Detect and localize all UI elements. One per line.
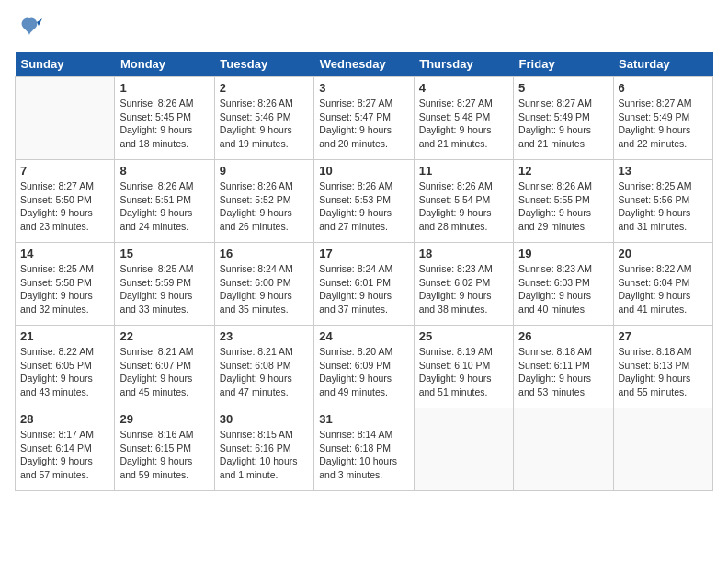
- calendar-cell: 31Sunrise: 8:14 AMSunset: 6:18 PMDayligh…: [314, 408, 414, 491]
- cell-text: Sunrise: 8:27 AM: [319, 97, 408, 110]
- calendar-cell: [613, 408, 712, 491]
- cell-text: Daylight: 9 hours: [518, 123, 608, 137]
- cell-text: Sunrise: 8:26 AM: [220, 97, 309, 110]
- calendar-cell: 16Sunrise: 8:24 AMSunset: 6:00 PMDayligh…: [214, 243, 313, 326]
- cell-text: Sunrise: 8:20 AM: [319, 345, 408, 359]
- cell-text: Daylight: 9 hours: [619, 372, 708, 385]
- calendar-cell: 30Sunrise: 8:15 AMSunset: 6:16 PMDayligh…: [214, 408, 313, 491]
- cell-text: Sunset: 5:52 PM: [220, 193, 309, 207]
- calendar-cell: 15Sunrise: 8:25 AMSunset: 5:59 PMDayligh…: [115, 243, 214, 326]
- day-number: 16: [220, 247, 309, 260]
- cell-text: Sunset: 6:07 PM: [119, 359, 209, 373]
- week-row-1: 1Sunrise: 8:26 AMSunset: 5:45 PMDaylight…: [16, 77, 713, 160]
- cell-text: Daylight: 9 hours: [319, 206, 408, 220]
- calendar-table: SundayMondayTuesdayWednesdayThursdayFrid…: [15, 52, 713, 491]
- cell-text: Daylight: 9 hours: [20, 372, 109, 385]
- cell-text: Sunrise: 8:27 AM: [20, 179, 109, 193]
- cell-text: Sunset: 6:18 PM: [319, 442, 408, 455]
- calendar-cell: 18Sunrise: 8:23 AMSunset: 6:02 PMDayligh…: [414, 243, 513, 326]
- cell-text: Sunset: 5:54 PM: [419, 193, 508, 207]
- day-number: 27: [619, 329, 708, 343]
- calendar-cell: 9Sunrise: 8:26 AMSunset: 5:52 PMDaylight…: [214, 160, 313, 243]
- cell-text: and 26 minutes.: [220, 220, 309, 234]
- day-number: 1: [119, 81, 209, 95]
- cell-text: Sunrise: 8:27 AM: [619, 97, 708, 110]
- day-number: 19: [518, 247, 608, 260]
- cell-text: and 35 minutes.: [220, 303, 309, 316]
- cell-text: and 38 minutes.: [419, 303, 508, 316]
- weekday-header-row: SundayMondayTuesdayWednesdayThursdayFrid…: [16, 52, 713, 77]
- weekday-sunday: Sunday: [16, 52, 115, 77]
- cell-text: Sunset: 6:14 PM: [20, 442, 109, 455]
- cell-text: Daylight: 9 hours: [119, 454, 209, 468]
- cell-text: and 47 minutes.: [220, 385, 309, 399]
- day-number: 2: [220, 81, 309, 95]
- cell-text: Daylight: 9 hours: [220, 289, 309, 303]
- day-number: 23: [220, 329, 309, 343]
- cell-text: Daylight: 9 hours: [319, 372, 408, 385]
- cell-text: and 24 minutes.: [119, 220, 209, 234]
- cell-text: Sunset: 6:13 PM: [619, 359, 708, 373]
- cell-text: and 40 minutes.: [518, 303, 608, 316]
- cell-text: and 3 minutes.: [319, 468, 408, 482]
- cell-text: and 22 minutes.: [619, 137, 708, 151]
- cell-text: Daylight: 10 hours: [220, 454, 309, 468]
- cell-text: and 49 minutes.: [319, 385, 408, 399]
- day-number: 29: [119, 412, 209, 426]
- cell-text: and 51 minutes.: [419, 385, 508, 399]
- cell-text: Daylight: 9 hours: [119, 372, 209, 385]
- calendar-cell: [414, 408, 513, 491]
- calendar-cell: 10Sunrise: 8:26 AMSunset: 5:53 PMDayligh…: [314, 160, 414, 243]
- logo: [15, 15, 42, 42]
- day-number: 18: [419, 247, 508, 260]
- day-number: 9: [220, 164, 309, 178]
- day-number: 15: [119, 247, 209, 260]
- cell-text: Sunrise: 8:17 AM: [20, 428, 109, 442]
- cell-text: and 28 minutes.: [419, 220, 508, 234]
- cell-text: Daylight: 9 hours: [619, 289, 708, 303]
- cell-text: and 53 minutes.: [518, 385, 608, 399]
- cell-text: Sunrise: 8:27 AM: [518, 97, 608, 110]
- day-number: 24: [319, 329, 408, 343]
- cell-text: Sunset: 5:45 PM: [119, 110, 209, 124]
- cell-text: Sunset: 5:58 PM: [20, 276, 109, 290]
- weekday-saturday: Saturday: [613, 52, 712, 77]
- day-number: 22: [119, 329, 209, 343]
- calendar-cell: 7Sunrise: 8:27 AMSunset: 5:50 PMDaylight…: [16, 160, 115, 243]
- cell-text: Sunset: 5:48 PM: [419, 110, 508, 124]
- calendar-cell: 12Sunrise: 8:26 AMSunset: 5:55 PMDayligh…: [514, 160, 613, 243]
- cell-text: Sunset: 6:15 PM: [119, 442, 209, 455]
- calendar-cell: [514, 408, 613, 491]
- cell-text: Sunrise: 8:26 AM: [518, 179, 608, 193]
- cell-text: and 27 minutes.: [319, 220, 408, 234]
- day-number: 21: [20, 329, 109, 343]
- cell-text: Sunset: 6:16 PM: [220, 442, 309, 455]
- header: [15, 15, 713, 42]
- day-number: 25: [419, 329, 508, 343]
- day-number: 8: [119, 164, 209, 178]
- day-number: 26: [518, 329, 608, 343]
- weekday-thursday: Thursday: [414, 52, 513, 77]
- cell-text: Sunrise: 8:24 AM: [220, 262, 309, 276]
- cell-text: Daylight: 9 hours: [419, 123, 508, 137]
- cell-text: Sunset: 6:04 PM: [619, 276, 708, 290]
- calendar-cell: 13Sunrise: 8:25 AMSunset: 5:56 PMDayligh…: [613, 160, 712, 243]
- cell-text: Daylight: 9 hours: [419, 289, 508, 303]
- cell-text: Daylight: 9 hours: [518, 289, 608, 303]
- cell-text: Daylight: 9 hours: [119, 123, 209, 137]
- cell-text: Sunset: 5:50 PM: [20, 193, 109, 207]
- day-number: 17: [319, 247, 408, 260]
- cell-text: and 43 minutes.: [20, 385, 109, 399]
- day-number: 11: [419, 164, 508, 178]
- calendar-cell: 3Sunrise: 8:27 AMSunset: 5:47 PMDaylight…: [314, 77, 414, 160]
- cell-text: Sunset: 5:47 PM: [319, 110, 408, 124]
- cell-text: and 20 minutes.: [319, 137, 408, 151]
- day-number: 3: [319, 81, 408, 95]
- calendar-cell: 1Sunrise: 8:26 AMSunset: 5:45 PMDaylight…: [115, 77, 214, 160]
- cell-text: and 23 minutes.: [20, 220, 109, 234]
- cell-text: Sunset: 5:59 PM: [119, 276, 209, 290]
- cell-text: Sunrise: 8:18 AM: [518, 345, 608, 359]
- cell-text: and 21 minutes.: [419, 137, 508, 151]
- calendar-cell: 28Sunrise: 8:17 AMSunset: 6:14 PMDayligh…: [16, 408, 115, 491]
- cell-text: and 45 minutes.: [119, 385, 209, 399]
